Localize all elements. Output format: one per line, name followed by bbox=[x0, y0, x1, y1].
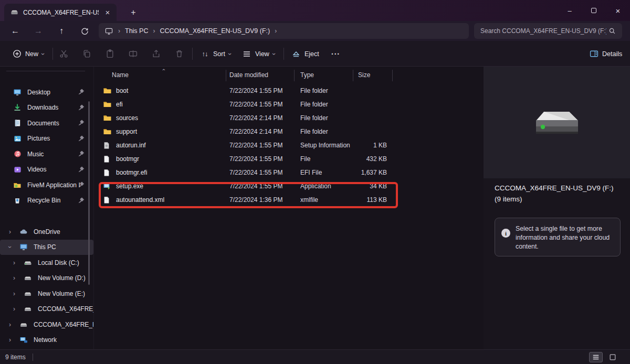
file-row[interactable]: efi 7/22/2024 1:55 PM File folder bbox=[93, 98, 483, 111]
drive-icon bbox=[9, 8, 19, 17]
maximize-button[interactable] bbox=[582, 0, 606, 21]
sidebar-item-videos[interactable]: Videos bbox=[0, 162, 93, 178]
tab-close-icon[interactable] bbox=[103, 8, 112, 17]
local-disk-icon bbox=[23, 258, 33, 267]
folder-icon bbox=[103, 114, 112, 122]
search-icon bbox=[607, 26, 617, 36]
breadcrumb-separator-icon bbox=[118, 27, 120, 35]
documents-icon bbox=[13, 119, 22, 128]
breadcrumb-drive[interactable]: CCCOMA_X64FRE_EN-US_DV9 (F:) bbox=[160, 27, 270, 35]
file-icon bbox=[103, 155, 112, 163]
pin-icon bbox=[78, 104, 85, 111]
pin-icon bbox=[78, 88, 85, 95]
up-button[interactable] bbox=[54, 24, 69, 38]
explorer-tab[interactable]: CCCOMA_X64FRE_EN-US_DV9 bbox=[4, 4, 117, 21]
file-row[interactable]: support 7/22/2024 2:14 PM File folder bbox=[93, 125, 483, 138]
column-date-modified[interactable]: Date modified bbox=[229, 71, 268, 79]
title-bar: CCCOMA_X64FRE_EN-US_DV9 + bbox=[0, 0, 630, 21]
large-icons-view-toggle[interactable] bbox=[606, 352, 620, 362]
sidebar-item-pictures[interactable]: Pictures bbox=[0, 131, 93, 147]
sidebar-item-this-pc[interactable]: › This PC bbox=[0, 240, 93, 255]
sidebar-item-volume-d[interactable]: New Volume (D:) bbox=[0, 271, 93, 286]
column-type[interactable]: Type bbox=[300, 71, 314, 79]
status-bar: 9 items bbox=[0, 349, 630, 364]
search-input[interactable] bbox=[479, 27, 607, 35]
sidebar-item-cccoma-root[interactable]: CCCOMA_X64FRE_EN-US_DV9 (F:) bbox=[0, 317, 93, 333]
file-row[interactable]: autorun.inf 7/22/2024 1:55 PM Setup Info… bbox=[93, 138, 483, 152]
sidebar-item-fivem[interactable]: FiveM Application I bbox=[0, 177, 93, 193]
sidebar-item-recycle-bin[interactable]: Recycle Bin bbox=[0, 193, 93, 209]
eject-icon bbox=[291, 49, 301, 59]
eject-button[interactable]: Eject bbox=[287, 46, 324, 62]
forward-button[interactable] bbox=[30, 24, 46, 38]
chevron-down-icon[interactable]: › bbox=[6, 244, 14, 250]
chevron-right-icon[interactable] bbox=[12, 259, 17, 266]
share-button[interactable] bbox=[147, 46, 165, 62]
sort-button[interactable]: Sort bbox=[195, 46, 236, 62]
column-size[interactable]: Size bbox=[358, 71, 370, 79]
pin-icon bbox=[78, 119, 85, 126]
chevron-down-icon bbox=[40, 53, 46, 55]
copy-button[interactable] bbox=[78, 46, 96, 62]
sidebar-item-local-disk-c[interactable]: Local Disk (C:) bbox=[0, 255, 93, 271]
refresh-button[interactable] bbox=[77, 24, 92, 38]
chevron-right-icon[interactable] bbox=[12, 290, 17, 297]
pin-icon bbox=[78, 197, 85, 204]
file-row[interactable]: sources 7/22/2024 2:14 PM File folder bbox=[93, 111, 483, 125]
network-icon bbox=[19, 335, 28, 345]
sidebar-item-network[interactable]: Network bbox=[0, 333, 93, 348]
sidebar-item-volume-e[interactable]: New Volume (E:) bbox=[0, 286, 93, 302]
address-bar[interactable]: This PC CCCOMA_X64FRE_EN-US_DV9 (F:) bbox=[99, 23, 469, 39]
drive-name: CCCOMA_X64FRE_EN-US_DV9 (F:) bbox=[495, 183, 623, 194]
new-tab-button[interactable]: + bbox=[127, 6, 140, 19]
info-card: Select a single file to get more informa… bbox=[495, 218, 621, 256]
paste-button[interactable] bbox=[101, 46, 119, 62]
tree-section: OneDrive › This PC Local Disk (C:) bbox=[0, 224, 93, 348]
chevron-right-icon[interactable] bbox=[7, 321, 13, 328]
sidebar-item-onedrive[interactable]: OneDrive bbox=[0, 224, 93, 240]
chevron-down-icon bbox=[227, 53, 233, 55]
pin-icon bbox=[78, 181, 85, 188]
sidebar-item-documents[interactable]: Documents bbox=[0, 115, 93, 131]
drive-icon bbox=[23, 273, 33, 283]
view-button[interactable]: View bbox=[237, 46, 280, 62]
breadcrumb-this-pc[interactable]: This PC bbox=[125, 27, 148, 35]
chevron-right-icon[interactable] bbox=[12, 305, 17, 313]
details-pane-button[interactable]: Details bbox=[584, 46, 627, 62]
fivem-folder-icon bbox=[13, 180, 22, 190]
onedrive-icon bbox=[19, 227, 28, 237]
pictures-icon bbox=[13, 134, 22, 143]
delete-button[interactable] bbox=[170, 46, 188, 62]
rename-button[interactable] bbox=[124, 46, 142, 62]
pin-icon bbox=[78, 135, 85, 142]
drive-icon bbox=[23, 304, 33, 314]
sidebar-item-downloads[interactable]: Downloads bbox=[0, 100, 93, 116]
minimize-button[interactable] bbox=[558, 0, 582, 21]
folder-icon bbox=[103, 87, 112, 95]
search-box bbox=[474, 23, 622, 39]
file-icon bbox=[103, 168, 112, 177]
column-name[interactable]: Name bbox=[112, 71, 129, 79]
cut-button[interactable] bbox=[55, 46, 73, 62]
chevron-right-icon[interactable] bbox=[7, 228, 13, 235]
sort-label: Sort bbox=[213, 50, 225, 58]
sidebar-item-desktop[interactable]: Desktop bbox=[0, 84, 93, 100]
annotation-rectangle bbox=[99, 182, 398, 208]
maximize-icon bbox=[591, 8, 596, 13]
sidebar-item-music[interactable]: Music bbox=[0, 146, 93, 162]
downloads-icon bbox=[13, 103, 22, 112]
sidebar-scrollbar[interactable] bbox=[88, 101, 90, 285]
details-view-toggle[interactable] bbox=[589, 352, 603, 362]
more-options-button[interactable] bbox=[327, 46, 345, 62]
new-button[interactable]: New bbox=[7, 46, 49, 62]
chevron-right-icon[interactable] bbox=[12, 274, 17, 282]
back-button[interactable] bbox=[7, 24, 23, 38]
navigation-bar: This PC CCCOMA_X64FRE_EN-US_DV9 (F:) bbox=[0, 21, 630, 41]
file-row[interactable]: bootmgr.efi 7/22/2024 1:55 PM EFI File 1… bbox=[93, 166, 483, 179]
file-row[interactable]: bootmgr 7/22/2024 1:55 PM File 432 KB bbox=[93, 152, 483, 166]
item-count: 9 items bbox=[5, 354, 26, 361]
chevron-right-icon[interactable] bbox=[7, 336, 13, 344]
file-row[interactable]: boot 7/22/2024 1:55 PM File folder bbox=[93, 84, 483, 98]
close-button[interactable] bbox=[606, 0, 630, 21]
sidebar-item-cccoma-drive[interactable]: CCCOMA_X64FRE_EN-US_DV9 (F:) bbox=[0, 302, 93, 317]
